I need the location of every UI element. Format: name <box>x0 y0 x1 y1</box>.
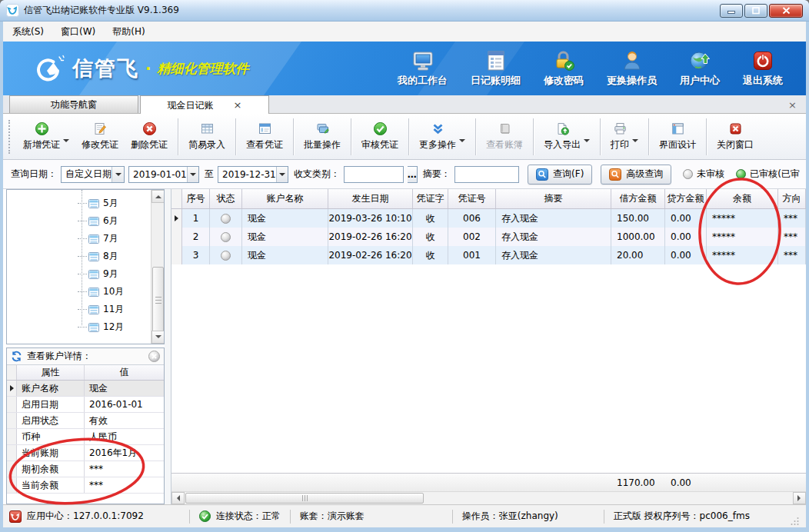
exit-system-button[interactable]: 退出系统 <box>743 49 783 88</box>
col-seq[interactable]: 序号 <box>182 189 210 208</box>
date-to-select[interactable]: 2019-12-31 <box>218 166 288 183</box>
col-status[interactable]: 状态 <box>210 189 242 208</box>
title-bar[interactable]: 信管飞出纳记账软件专业版 V9.1.369 <box>0 0 809 22</box>
menu-system[interactable]: 系统(S) <box>12 25 44 38</box>
tree-item-month-5[interactable]: 5月 <box>7 195 150 212</box>
refresh-icon[interactable] <box>11 351 22 362</box>
col-voucher-no[interactable]: 凭证号 <box>448 189 496 208</box>
detail-row[interactable]: 当前余额 *** <box>7 477 164 494</box>
more-actions-button[interactable]: 更多操作 <box>413 118 471 155</box>
document-close-icon[interactable]: × <box>788 98 797 113</box>
table-row[interactable]: 1 现金 2019-03-26 10:10 收 006 存入现金 150.00 … <box>171 209 806 228</box>
close-window-button[interactable]: 关闭窗口 <box>711 118 760 155</box>
tab-nav-window[interactable]: 功能导航窗 <box>9 95 138 113</box>
minimize-button[interactable] <box>720 4 743 18</box>
audit-voucher-label: 审核凭证 <box>361 138 398 151</box>
col-direction[interactable]: 方向 <box>778 189 806 208</box>
scroll-down-arrow[interactable] <box>151 331 165 344</box>
menu-help[interactable]: 帮助(H) <box>112 25 145 38</box>
detail-row[interactable]: 启用状态 有效 <box>7 413 164 429</box>
journal-detail-button[interactable]: 日记账明细 <box>471 49 521 88</box>
user-center-button[interactable]: 用户中心 <box>680 49 720 88</box>
status-bar: 应用中心：127.0.0.1:7092 连接状态：正常 账套：演示账套 操作员：… <box>3 504 806 527</box>
switch-operator-button[interactable]: 更换操作员 <box>607 49 657 88</box>
print-button[interactable]: 打印 <box>604 118 644 155</box>
resize-grip-icon[interactable] <box>790 516 800 526</box>
dropdown-caret-icon[interactable] <box>584 139 590 145</box>
view-voucher-button[interactable]: 查看凭证 <box>240 118 289 155</box>
workbench-label: 我的工作台 <box>398 74 448 88</box>
close-button[interactable] <box>769 4 803 18</box>
import-export-button[interactable]: 导入导出 <box>538 118 596 155</box>
combo-caret-icon[interactable] <box>187 167 198 182</box>
tree-scrollbar[interactable] <box>151 190 164 344</box>
scrollbar-thumb[interactable] <box>185 493 424 504</box>
tree-item-month-8[interactable]: 8月 <box>7 248 150 265</box>
add-voucher-button[interactable]: 新增凭证 <box>17 118 75 155</box>
add-icon <box>35 121 49 136</box>
ribbon-toolbar: 新增凭证 修改凭证 <box>3 114 806 160</box>
detail-row[interactable]: 账户名称 现金 <box>7 381 164 397</box>
col-credit[interactable]: 贷方金额 <box>665 189 707 208</box>
query-button[interactable]: 查询(F) <box>528 165 592 185</box>
summary-input[interactable] <box>459 168 518 181</box>
tree-item-month-11[interactable]: 11月 <box>7 301 150 318</box>
advanced-query-button[interactable]: 高级查询 <box>601 165 671 185</box>
scroll-left-arrow[interactable] <box>171 492 185 504</box>
dropdown-caret-icon[interactable] <box>459 139 465 145</box>
panel-splitter[interactable] <box>165 189 171 504</box>
delete-voucher-button[interactable]: 删除凭证 <box>125 118 174 155</box>
maximize-button[interactable] <box>744 4 767 18</box>
detail-row[interactable]: 当前账期 2016年1月 <box>7 445 164 461</box>
table-row[interactable]: 3 现金 2019-02-26 16:20 收 001 存入现金 20.00 0… <box>171 246 806 264</box>
tree-item-month-12[interactable]: 12月 <box>7 318 150 336</box>
audited-radio[interactable]: 已审核(已审 <box>736 168 800 181</box>
col-account[interactable]: 账户名称 <box>242 189 328 208</box>
tab-cash-journal[interactable]: 现金日记账 × <box>140 95 269 114</box>
tab-close-icon[interactable]: × <box>234 97 242 114</box>
tree-item-month-6[interactable]: 6月 <box>7 212 150 230</box>
scrollbar-thumb[interactable] <box>152 267 164 333</box>
quick-entry-button[interactable]: 简易录入 <box>182 118 231 155</box>
unaudited-radio[interactable]: 未审核 <box>683 168 724 181</box>
status-orb-icon <box>221 232 231 242</box>
dropdown-caret-icon[interactable] <box>63 139 69 145</box>
col-voucher-word[interactable]: 凭证字 <box>413 189 448 208</box>
dropdown-caret-icon[interactable] <box>632 139 638 145</box>
col-date[interactable]: 发生日期 <box>328 189 413 208</box>
menu-window[interactable]: 窗口(W) <box>61 25 95 38</box>
panel-close-button[interactable] <box>148 351 160 362</box>
tree-item-month-9[interactable]: 9月 <box>7 265 150 283</box>
view-voucher-icon <box>258 121 272 136</box>
date-from-select[interactable]: 2019-01-01 <box>128 166 199 183</box>
tree-item-month-10[interactable]: 10月 <box>7 283 150 301</box>
table-row[interactable]: 2 现金 2019-02-26 16:20 收 002 存入现金 1000.00… <box>171 228 806 246</box>
toolbar-separator <box>533 118 534 155</box>
category-input[interactable] <box>348 168 403 181</box>
audit-voucher-button[interactable]: 审核凭证 <box>355 118 404 155</box>
scroll-right-arrow[interactable] <box>793 492 806 504</box>
scroll-up-arrow[interactable] <box>151 190 165 203</box>
change-password-button[interactable]: 修改密码 <box>544 49 584 88</box>
combo-caret-icon[interactable] <box>276 167 288 182</box>
category-browse-button[interactable]: … <box>408 166 418 183</box>
date-mode-select[interactable]: 自定义日期 <box>61 166 125 183</box>
detail-row[interactable]: 币种 人民币 <box>7 429 164 445</box>
summary-input-wrap <box>454 166 519 183</box>
workbench-button[interactable]: 我的工作台 <box>398 49 448 88</box>
tree-item-month-7[interactable]: 7月 <box>7 230 150 248</box>
date-filter-label: 查询日期： <box>11 168 57 181</box>
col-debit[interactable]: 借方金额 <box>611 189 665 208</box>
detail-row[interactable]: 启用日期 2016-01-01 <box>7 397 164 413</box>
tree-item-label: 10月 <box>103 285 124 298</box>
col-summary[interactable]: 摘要 <box>496 189 611 208</box>
toolbar-grip[interactable] <box>8 120 12 154</box>
batch-operation-button[interactable]: 批量操作 <box>298 118 347 155</box>
edit-voucher-button[interactable]: 修改凭证 <box>75 118 125 155</box>
view-ledger-button[interactable]: 查看账簿 <box>480 118 529 155</box>
detail-row[interactable]: 期初余额 *** <box>7 461 164 477</box>
horizontal-scrollbar[interactable] <box>171 491 806 504</box>
col-balance[interactable]: 余额 <box>707 189 778 208</box>
combo-caret-icon[interactable] <box>112 167 124 182</box>
ui-design-button[interactable]: 界面设计 <box>653 118 702 155</box>
